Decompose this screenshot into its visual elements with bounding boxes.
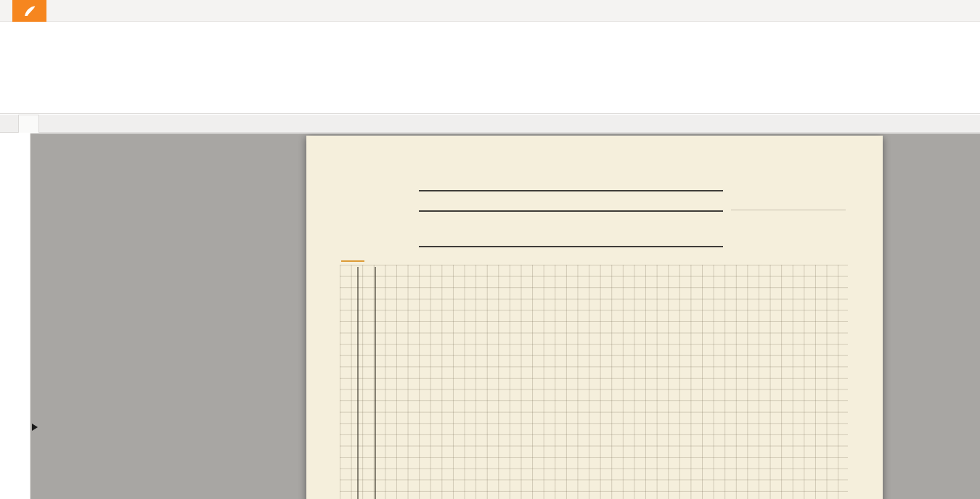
cell-song-south <box>439 436 478 470</box>
cell-song-north <box>439 397 478 436</box>
cell-tang-founder[interactable] <box>688 267 749 358</box>
cell-song-south-capital <box>749 436 831 470</box>
ribbon-toolbar <box>0 44 980 114</box>
cell-song-north-capital <box>749 397 831 436</box>
cell-wudai-dynasty[interactable] <box>392 358 478 397</box>
cell-song-south-founder <box>688 436 749 470</box>
cell-wudai-note <box>558 358 688 397</box>
sidebar-expand-handle[interactable] <box>32 424 38 431</box>
ruled-line <box>419 246 723 247</box>
cell-liao-note <box>558 470 688 499</box>
cell-tang-dynasty[interactable] <box>392 267 478 358</box>
cell-liao-dynasty[interactable] <box>392 490 478 499</box>
margin-line <box>375 267 376 499</box>
cell-tang-period <box>478 267 558 358</box>
pdf-page <box>306 136 883 499</box>
history-table <box>392 267 833 499</box>
margin-line <box>357 267 359 499</box>
date-underline <box>731 210 846 210</box>
cell-tang-capital <box>749 267 831 358</box>
document-tab-bar <box>0 115 980 133</box>
cell-song-south-period <box>478 436 558 470</box>
cell-tang-note <box>558 267 688 358</box>
cell-wudai-capital <box>749 358 831 397</box>
cell-wudai-founder <box>688 358 749 397</box>
document-tab[interactable] <box>18 115 39 133</box>
cell-liao-period <box>478 490 558 499</box>
cell-song-north-founder[interactable] <box>688 397 749 436</box>
foxit-logo[interactable] <box>12 0 46 22</box>
document-viewport <box>30 133 980 499</box>
ruled-line <box>419 190 723 191</box>
fox-icon <box>22 3 38 19</box>
menu-bar <box>0 22 980 44</box>
cell-song-dynasty[interactable] <box>392 397 439 470</box>
titlebar <box>0 0 980 22</box>
keyword-underline <box>341 260 364 262</box>
cell-song-north-period <box>478 397 558 436</box>
ruled-line <box>419 210 723 212</box>
cell-wudai-period <box>478 358 558 397</box>
cell-song-note <box>558 397 688 470</box>
navigation-sidebar <box>0 133 30 499</box>
